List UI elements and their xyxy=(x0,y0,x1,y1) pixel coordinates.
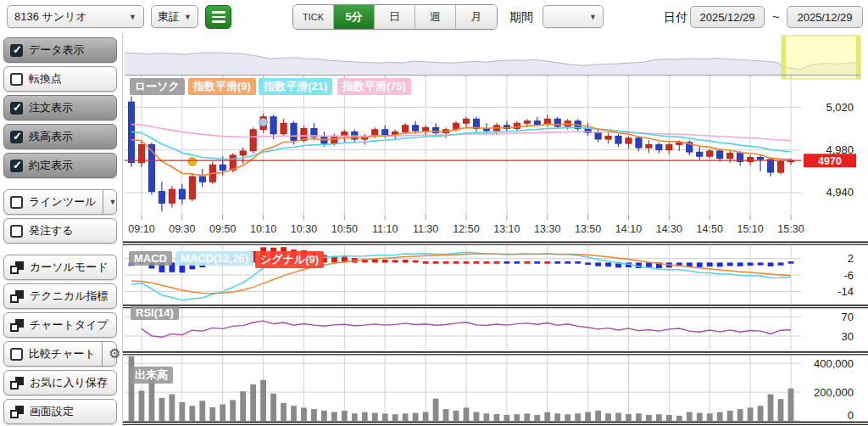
svg-text:70: 70 xyxy=(842,311,854,323)
sidebar-item-label: 画面設定 xyxy=(30,404,74,419)
svg-text:12:50: 12:50 xyxy=(453,223,479,235)
svg-text:4,940: 4,940 xyxy=(826,186,854,199)
checkbox-icon xyxy=(10,225,23,238)
timeframe-day[interactable]: 日 xyxy=(375,5,415,29)
svg-text:14:10: 14:10 xyxy=(615,223,642,235)
checkbox-icon xyxy=(10,44,23,57)
svg-text:14:50: 14:50 xyxy=(697,223,723,235)
sidebar: データ表示 転換点 注文表示 残高表示 約定表示 ラインツール ▼ 発注する xyxy=(0,34,123,426)
svg-text:13:10: 13:10 xyxy=(493,223,520,235)
sidebar-item-technical-indicator[interactable]: テクニカル指標 xyxy=(3,283,117,309)
checkbox-icon xyxy=(10,348,23,361)
sidebar-item-data-display[interactable]: データ表示 xyxy=(3,37,117,63)
svg-text:0: 0 xyxy=(848,409,854,422)
svg-text:15:10: 15:10 xyxy=(737,223,763,235)
sidebar-item-compare-chart[interactable]: 比較チャート ⚙ xyxy=(3,341,117,367)
svg-text:-6: -6 xyxy=(843,269,854,282)
svg-text:400,000: 400,000 xyxy=(814,357,854,370)
svg-text:200,000: 200,000 xyxy=(814,386,854,399)
chevron-down-icon[interactable]: ▼ xyxy=(103,190,117,214)
sidebar-item-label: データ表示 xyxy=(29,42,85,58)
svg-text:5,020: 5,020 xyxy=(826,101,854,114)
svg-text:4970: 4970 xyxy=(818,155,842,167)
sidebar-item-label: チャートタイプ xyxy=(30,317,108,333)
date-range-separator: ~ xyxy=(772,9,780,24)
chart-area: 49705,0204,9804,9402-6-147030400,000200,… xyxy=(123,34,868,426)
window-restore-icon xyxy=(10,261,24,274)
stock-selector-value: 8136 サンリオ xyxy=(14,9,87,25)
timeframe-5min[interactable]: 5分 xyxy=(334,5,375,29)
sidebar-item-label: テクニカル指標 xyxy=(30,289,108,304)
timeframe-tick[interactable]: TICK xyxy=(293,5,334,29)
sidebar-item-label: 比較チャート xyxy=(29,346,96,362)
sidebar-item-chart-type[interactable]: チャートタイプ xyxy=(3,312,117,338)
sidebar-item-screen-settings[interactable]: 画面設定 xyxy=(3,399,117,424)
sidebar-item-label: カーソルモード xyxy=(30,260,108,275)
date-label: 日付 xyxy=(664,10,687,25)
checkbox-icon xyxy=(10,196,23,209)
svg-text:13:50: 13:50 xyxy=(575,223,601,235)
chevron-down-icon: ▼ xyxy=(589,13,597,21)
svg-text:-14: -14 xyxy=(837,285,854,298)
gear-icon[interactable]: ⚙ xyxy=(102,342,120,366)
checkbox-icon xyxy=(10,160,23,172)
sidebar-item-label: 転換点 xyxy=(29,71,62,87)
svg-text:2: 2 xyxy=(848,252,854,265)
legend-candle: ローソク xyxy=(130,78,185,95)
svg-text:30: 30 xyxy=(842,330,854,343)
date-to-input[interactable]: 2025/12/29 xyxy=(787,6,863,28)
legend-ema75: 指数平滑(75) xyxy=(337,78,411,95)
window-restore-icon xyxy=(10,319,24,332)
svg-text:10:30: 10:30 xyxy=(291,223,317,235)
svg-text:11:30: 11:30 xyxy=(413,223,438,235)
sidebar-item-cursor-mode[interactable]: カーソルモード xyxy=(3,255,117,280)
svg-text:10:50: 10:50 xyxy=(331,223,358,235)
svg-text:09:10: 09:10 xyxy=(128,223,154,235)
period-selector[interactable]: ▼ xyxy=(542,5,604,28)
date-from-input[interactable]: 2025/12/29 xyxy=(690,6,765,28)
sidebar-item-place-order[interactable]: 発注する xyxy=(3,218,117,244)
watchlist-button[interactable] xyxy=(205,5,231,29)
sidebar-item-balance-display[interactable]: 残高表示 xyxy=(3,124,117,149)
svg-text:4,980: 4,980 xyxy=(826,143,854,156)
svg-text:09:30: 09:30 xyxy=(169,223,195,235)
checkbox-icon xyxy=(10,102,23,115)
sidebar-item-line-tool[interactable]: ラインツール ▼ xyxy=(3,189,117,215)
timeframe-month[interactable]: 月 xyxy=(456,5,497,29)
legend-ema9: 指数平滑(9) xyxy=(188,78,256,95)
sidebar-item-save-favorite[interactable]: お気に入り保存 xyxy=(3,370,117,395)
checkbox-icon xyxy=(10,131,23,143)
sidebar-item-label: ラインツール xyxy=(29,194,97,210)
chevron-down-icon: ▼ xyxy=(129,13,136,21)
sidebar-item-label: 約定表示 xyxy=(29,158,73,173)
svg-text:11:10: 11:10 xyxy=(372,223,398,235)
legend-macd-title: MACD xyxy=(129,251,172,266)
legend-ema21: 指数平滑(21) xyxy=(259,78,332,95)
checkbox-icon xyxy=(10,73,23,86)
svg-text:10:10: 10:10 xyxy=(250,223,276,235)
svg-text:09:50: 09:50 xyxy=(209,223,236,235)
window-restore-icon xyxy=(10,377,24,390)
window-restore-icon xyxy=(10,406,24,418)
stock-selector[interactable]: 8136 サンリオ ▼ xyxy=(7,5,144,28)
period-label: 期間 xyxy=(509,10,533,25)
legend-macd: MACD(12,26) xyxy=(175,251,253,266)
legend-signal: シグナル(9) xyxy=(255,251,324,268)
sidebar-item-order-display[interactable]: 注文表示 xyxy=(3,95,117,121)
sidebar-item-label: 発注する xyxy=(29,223,74,238)
sidebar-item-label: 注文表示 xyxy=(29,100,73,115)
legend-volume: 出来高 xyxy=(130,367,173,384)
market-selector[interactable]: 東証 ▼ xyxy=(151,5,198,28)
svg-text:13:30: 13:30 xyxy=(534,223,560,235)
window-restore-icon xyxy=(10,290,24,303)
toolbar: 8136 サンリオ ▼ 東証 ▼ TICK 5分 日 週 月 期間 ▼ 日付 2… xyxy=(0,0,868,34)
sidebar-item-execution-display[interactable]: 約定表示 xyxy=(3,153,117,178)
legend-rsi: RSI(14) xyxy=(131,305,179,320)
sidebar-item-turning-point[interactable]: 転換点 xyxy=(3,66,117,92)
svg-text:15:30: 15:30 xyxy=(777,223,804,235)
app-root: 8136 サンリオ ▼ 東証 ▼ TICK 5分 日 週 月 期間 ▼ 日付 2… xyxy=(0,0,868,426)
chevron-down-icon: ▼ xyxy=(184,13,192,21)
timeframe-group: TICK 5分 日 週 月 xyxy=(292,4,498,30)
timeframe-week[interactable]: 週 xyxy=(415,5,456,29)
market-selector-value: 東証 xyxy=(158,9,180,25)
